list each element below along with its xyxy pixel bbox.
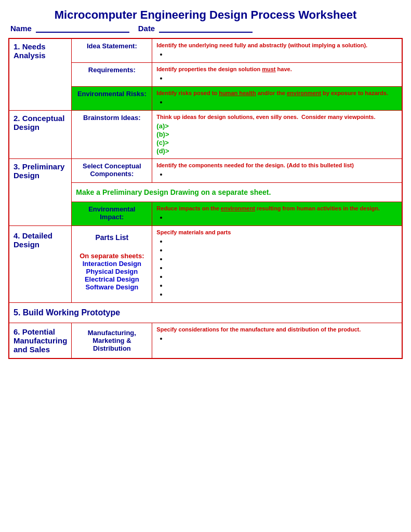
parts-bullet-7 [168, 290, 397, 298]
detailed-design-row: 4. DetailedDesign Parts List On separate… [9, 226, 402, 303]
env-risks-label: Environmental Risks: [72, 87, 152, 111]
interaction-design-label: Interaction Design [76, 260, 148, 268]
detailed-design-left: Parts List On separate sheets: Interacti… [72, 226, 152, 303]
preliminary-design-label: 3. PreliminaryDesign [9, 159, 72, 226]
parts-bullet-5 [168, 273, 397, 281]
parts-bullet-6 [168, 282, 397, 289]
conceptual-design-label: 2. ConceptualDesign [9, 111, 72, 159]
on-sep-sheets-label: On separate sheets: [76, 252, 148, 260]
env-risks-content: Identify risks posed to human health and… [152, 87, 402, 111]
brainstorm-a: (a)> [156, 122, 397, 130]
detailed-design-label: 4. DetailedDesign [9, 226, 72, 303]
main-worksheet-table: 1. NeedsAnalysis Idea Statement: Identif… [8, 38, 403, 359]
idea-statement-instruction: Identify the underlying need fully and a… [156, 42, 397, 48]
conceptual-design-row: 2. ConceptualDesign Brainstorm Ideas: Th… [9, 111, 402, 159]
manufacturing-sales-row: 6. PotentialManufacturingand Sales Manuf… [9, 323, 402, 359]
parts-bullet-2 [168, 246, 397, 254]
env-impact-label: Environmental Impact: [72, 202, 152, 226]
env-impact-instruction: Reduce impacts on the environment result… [156, 205, 397, 211]
idea-statement-label: Idea Statement: [72, 38, 152, 63]
build-prototype-label: 5. Build Working Prototype [9, 303, 402, 323]
parts-list-instruction: Specify materials and parts [156, 229, 397, 235]
brainstorm-content: Think up ideas for design solutions, eve… [152, 111, 402, 159]
parts-bullet-3 [168, 255, 397, 263]
preliminary-design-components-row: 3. PreliminaryDesign Select ConceptualCo… [9, 159, 402, 183]
parts-list-label: Parts List [76, 230, 148, 245]
parts-list-content: Specify materials and parts [152, 226, 402, 303]
requirements-content: Identify properties the design solution … [152, 63, 402, 87]
electrical-design-label: Electrical Design [76, 275, 148, 283]
requirements-instruction: Identify properties the design solution … [156, 66, 397, 72]
parts-bullet-1 [168, 237, 397, 245]
select-components-content: Identify the components needed for the d… [152, 159, 402, 183]
needs-analysis-idea-row: 1. NeedsAnalysis Idea Statement: Identif… [9, 38, 402, 63]
manufacturing-sales-label: 6. PotentialManufacturingand Sales [9, 323, 72, 359]
prelim-drawing-note: Make a Preliminary Design Drawing on a s… [72, 183, 402, 202]
software-design-label: Software Design [76, 283, 148, 291]
manufacturing-content: Specify considerations for the manufactu… [152, 323, 402, 359]
manufacturing-label: Manufacturing,Marketing &Distribution [72, 323, 152, 359]
select-components-instruction: Identify the components needed for the d… [156, 162, 397, 168]
idea-statement-content: Identify the underlying need fully and a… [152, 38, 402, 63]
build-prototype-row: 5. Build Working Prototype [9, 303, 402, 323]
brainstorm-b: (b)> [156, 130, 397, 138]
requirements-label: Requirements: [72, 63, 152, 87]
env-impact-content: Reduce impacts on the environment result… [152, 202, 402, 226]
brainstorm-d: (d)> [156, 147, 397, 155]
name-date-row: Name Date [8, 24, 403, 33]
needs-analysis-label: 1. NeedsAnalysis [9, 38, 72, 111]
brainstorm-label: Brainstorm Ideas: [72, 111, 152, 159]
brainstorm-c: (c)> [156, 139, 397, 147]
manufacturing-instruction: Specify considerations for the manufactu… [156, 326, 397, 332]
select-components-label: Select ConceptualComponents: [72, 159, 152, 183]
page-title: Microcomputer Engineering Design Process… [8, 8, 403, 22]
parts-bullet-4 [168, 264, 397, 272]
physical-design-label: Physical Design [76, 268, 148, 275]
brainstorm-instruction: Think up ideas for design solutions, eve… [156, 114, 397, 120]
env-risks-instruction: Identify risks posed to human health and… [156, 90, 397, 96]
